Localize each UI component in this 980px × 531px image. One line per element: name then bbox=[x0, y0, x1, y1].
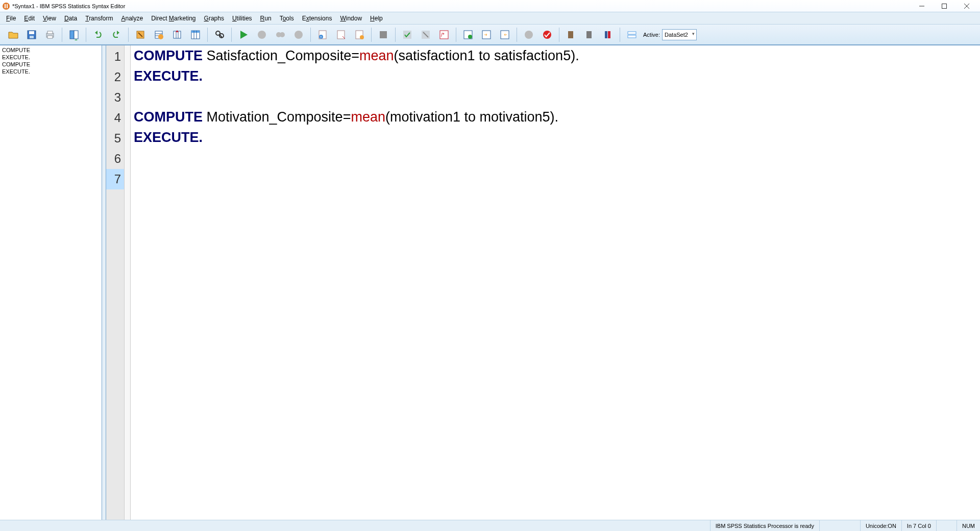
syntax-help-icon[interactable]: ? bbox=[314, 27, 331, 43]
line-number: 1 bbox=[106, 46, 124, 67]
stop-grayed-icon[interactable] bbox=[254, 27, 270, 43]
menu-analyze[interactable]: Analyze bbox=[117, 12, 147, 24]
menu-view[interactable]: View bbox=[39, 12, 60, 24]
find-icon[interactable] bbox=[211, 27, 228, 43]
menu-data[interactable]: Data bbox=[60, 12, 81, 24]
svg-point-33 bbox=[295, 31, 303, 39]
svg-point-19 bbox=[158, 34, 163, 39]
svg-text:/*: /* bbox=[441, 32, 445, 38]
open-icon[interactable] bbox=[5, 27, 21, 43]
clear-breakpoints-icon[interactable] bbox=[418, 27, 434, 43]
svg-rect-54 bbox=[605, 31, 607, 38]
svg-rect-41 bbox=[403, 31, 411, 39]
window-title: *Syntax1 - IBM SPSS Statistics Syntax Ed… bbox=[12, 3, 125, 9]
menu-transform[interactable]: Transform bbox=[81, 12, 117, 24]
status-empty bbox=[819, 520, 860, 531]
stop-processor-icon[interactable] bbox=[521, 27, 537, 43]
books-icon-c[interactable] bbox=[600, 27, 616, 43]
split-horizontal-icon[interactable] bbox=[624, 27, 640, 43]
maximize-button[interactable] bbox=[933, 0, 955, 12]
code-line bbox=[134, 86, 980, 107]
new-syntax-icon[interactable] bbox=[333, 27, 349, 43]
save-icon[interactable] bbox=[23, 27, 40, 43]
menu-graphs[interactable]: Graphs bbox=[200, 12, 228, 24]
menu-edit[interactable]: Edit bbox=[20, 12, 39, 24]
svg-point-0 bbox=[3, 3, 10, 10]
nav-item[interactable]: EXECUTE. bbox=[2, 54, 100, 61]
navigator-panel[interactable]: COMPUTE EXECUTE. COMPUTE EXECUTE. bbox=[0, 45, 102, 520]
svg-rect-8 bbox=[29, 31, 34, 34]
insert-cases-icon[interactable] bbox=[151, 27, 167, 43]
menu-bar: File Edit View Data Transform Analyze Di… bbox=[0, 12, 980, 25]
close-button[interactable] bbox=[955, 0, 978, 12]
dialog-recall-icon[interactable] bbox=[66, 27, 82, 43]
nav-item[interactable]: COMPUTE bbox=[2, 46, 100, 54]
menu-extensions[interactable]: Extensions bbox=[298, 12, 336, 24]
menu-run[interactable]: Run bbox=[256, 12, 276, 24]
status-num: NUM bbox=[957, 520, 980, 531]
spss-app-icon bbox=[2, 2, 10, 10]
outline-off-icon[interactable] bbox=[375, 27, 391, 43]
menu-file[interactable]: File bbox=[2, 12, 20, 24]
goto-case-icon[interactable] bbox=[132, 27, 149, 43]
format-syntax-icon[interactable] bbox=[460, 27, 476, 43]
menu-tools[interactable]: Tools bbox=[276, 12, 298, 24]
vertical-splitter[interactable] bbox=[102, 45, 106, 520]
nav-item[interactable]: COMPUTE bbox=[2, 61, 100, 68]
minimize-button[interactable] bbox=[911, 0, 933, 12]
code-text: (satisfaction1 to satisfaction5). bbox=[394, 48, 579, 63]
code-area[interactable]: COMPUTE Satisfaction_Composite=mean(sati… bbox=[131, 45, 980, 520]
svg-rect-40 bbox=[380, 31, 387, 38]
menu-window[interactable]: Window bbox=[336, 12, 366, 24]
svg-rect-24 bbox=[191, 31, 200, 33]
code-line: COMPUTE Satisfaction_Composite=mean(sati… bbox=[134, 45, 980, 66]
books-icon-a[interactable] bbox=[563, 27, 579, 43]
books-icon-b[interactable] bbox=[581, 27, 598, 43]
svg-rect-1 bbox=[5, 4, 6, 8]
marker-strip bbox=[125, 45, 131, 520]
status-processor: IBM SPSS Statistics Processor is ready bbox=[710, 520, 819, 531]
step-grayed-icon[interactable] bbox=[290, 27, 307, 43]
print-icon[interactable] bbox=[42, 27, 58, 43]
code-line bbox=[134, 168, 980, 188]
menu-utilities[interactable]: Utilities bbox=[228, 12, 256, 24]
code-text: Satisfaction_Composite= bbox=[203, 48, 359, 63]
keyword: COMPUTE bbox=[134, 48, 203, 63]
redo-icon[interactable] bbox=[108, 27, 125, 43]
variables-icon[interactable] bbox=[187, 27, 204, 43]
svg-rect-56 bbox=[628, 32, 636, 34]
svg-point-51 bbox=[543, 31, 551, 39]
nav-item[interactable]: EXECUTE. bbox=[2, 68, 100, 75]
insert-variable-icon[interactable] bbox=[169, 27, 185, 43]
svg-rect-9 bbox=[30, 36, 34, 38]
line-number-current: 7 bbox=[106, 169, 124, 189]
status-pos: In 7 Col 0 bbox=[901, 520, 936, 531]
menu-help[interactable]: Help bbox=[366, 12, 387, 24]
syntax-options-icon[interactable] bbox=[351, 27, 368, 43]
continue-grayed-icon[interactable] bbox=[272, 27, 288, 43]
toggle-breakpoint-ok-icon[interactable] bbox=[399, 27, 415, 43]
outdent-icon[interactable] bbox=[497, 27, 513, 43]
line-number: 3 bbox=[106, 87, 124, 108]
menu-direct-marketing[interactable]: Direct Marketing bbox=[147, 12, 200, 24]
svg-rect-57 bbox=[628, 35, 636, 38]
active-dataset-value: DataSet2 bbox=[665, 32, 688, 38]
svg-rect-13 bbox=[70, 31, 74, 39]
svg-rect-4 bbox=[942, 4, 947, 8]
line-number: 6 bbox=[106, 149, 124, 169]
indent-icon[interactable] bbox=[478, 27, 495, 43]
function-name: mean bbox=[351, 109, 385, 125]
svg-point-50 bbox=[525, 31, 533, 39]
processor-ready-icon[interactable] bbox=[539, 27, 555, 43]
line-number: 5 bbox=[106, 128, 124, 149]
toolbar: ? /* Active: DataSet2 bbox=[0, 25, 980, 45]
run-selection-icon[interactable] bbox=[235, 27, 252, 43]
line-number: 2 bbox=[106, 67, 124, 87]
svg-rect-2 bbox=[7, 4, 8, 8]
code-text: Motivation_Composite= bbox=[203, 109, 351, 125]
active-dataset-dropdown[interactable]: DataSet2 bbox=[662, 29, 697, 40]
svg-rect-53 bbox=[586, 31, 592, 38]
undo-icon[interactable] bbox=[90, 27, 106, 43]
toggle-comment-icon[interactable]: /* bbox=[436, 27, 452, 43]
keyword: EXECUTE. bbox=[134, 130, 203, 145]
